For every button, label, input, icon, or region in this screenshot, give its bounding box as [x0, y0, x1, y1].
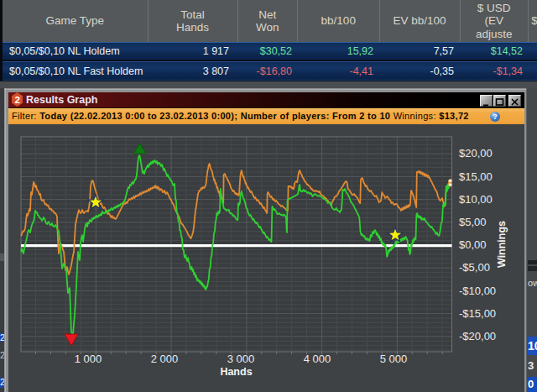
svg-text:-$5,00: -$5,00: [459, 261, 490, 274]
svg-text:$10,00: $10,00: [459, 193, 493, 206]
svg-text:5 000: 5 000: [380, 353, 408, 365]
svg-text:1 000: 1 000: [75, 353, 102, 365]
svg-text:-$10,00: -$10,00: [459, 285, 496, 297]
svg-text:2: 2: [14, 95, 19, 105]
svg-text:4 000: 4 000: [304, 353, 331, 365]
svg-text:$0,00: $0,00: [459, 238, 487, 251]
svg-text:-$20,00: -$20,00: [459, 330, 496, 342]
svg-text:-$15,00: -$15,00: [459, 307, 496, 320]
svg-text:Hands: Hands: [220, 366, 252, 378]
svg-text:$5,00: $5,00: [459, 216, 487, 228]
svg-text:2 000: 2 000: [151, 353, 179, 365]
svg-text:$20,00: $20,00: [459, 147, 493, 159]
svg-text:$15,00: $15,00: [459, 170, 493, 183]
svg-text:3 000: 3 000: [227, 353, 255, 365]
svg-text:Winnings: Winnings: [496, 221, 508, 268]
